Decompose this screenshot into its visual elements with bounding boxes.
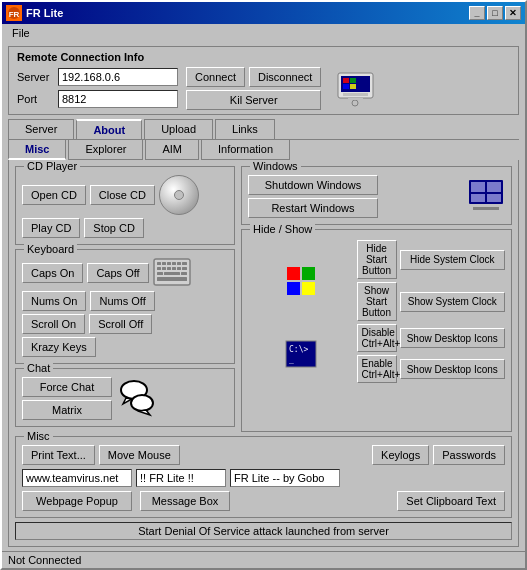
- svg-rect-7: [343, 78, 349, 83]
- windows-flag-icon: [248, 265, 354, 297]
- svg-rect-20: [167, 267, 171, 270]
- stop-cd-button[interactable]: Stop CD: [84, 218, 144, 238]
- maximize-button[interactable]: □: [487, 6, 503, 20]
- tabs-row-1: Server About Upload Links: [8, 119, 519, 139]
- chat-content: Force Chat Matrix: [22, 377, 228, 420]
- svg-text:_: _: [289, 355, 294, 364]
- matrix-button[interactable]: Matrix: [22, 400, 112, 420]
- hide-start-button[interactable]: Hide Start Button: [357, 240, 397, 279]
- tab-about[interactable]: About: [76, 119, 142, 139]
- tab-links[interactable]: Links: [215, 119, 275, 139]
- misc-section-title: Misc: [24, 430, 53, 442]
- nums-on-button[interactable]: Nums On: [22, 291, 86, 311]
- restart-windows-button[interactable]: Restart Windows: [248, 198, 378, 218]
- svg-rect-15: [172, 262, 176, 265]
- svg-rect-27: [157, 277, 187, 281]
- keyboard-group: Keyboard Caps On Caps Off: [15, 249, 235, 364]
- show-desktop-icons-1-button[interactable]: Show Desktop Icons: [400, 328, 506, 348]
- chat-title: Chat: [24, 362, 53, 374]
- windows-title: Windows: [250, 160, 301, 172]
- scroll-on-button[interactable]: Scroll On: [22, 314, 85, 334]
- menu-file[interactable]: File: [6, 26, 36, 40]
- tab-aim[interactable]: AIM: [145, 140, 199, 160]
- svg-rect-21: [172, 267, 176, 270]
- show-sys-clock-button[interactable]: Show System Clock: [400, 292, 506, 312]
- cd-icon: [159, 175, 199, 215]
- svg-rect-10: [350, 84, 356, 89]
- svg-rect-35: [471, 194, 485, 202]
- message-box-button[interactable]: Message Box: [140, 491, 230, 511]
- status-text: Not Connected: [8, 554, 81, 566]
- author-input[interactable]: [230, 469, 340, 487]
- dos-icon: C:\> _: [248, 340, 354, 368]
- svg-point-30: [131, 395, 153, 411]
- svg-rect-33: [471, 182, 485, 192]
- website-input[interactable]: [22, 469, 132, 487]
- remote-info-title: Remote Connection Info: [17, 51, 510, 63]
- tab-misc[interactable]: Misc: [8, 140, 66, 160]
- keylogs-button[interactable]: Keylogs: [372, 445, 429, 465]
- message-input[interactable]: [136, 469, 226, 487]
- keyboard-row-1: Caps On Caps Off: [22, 258, 228, 288]
- disconnect-button[interactable]: Disconnect: [249, 67, 321, 87]
- shutdown-windows-button[interactable]: Shutdown Windows: [248, 175, 378, 195]
- cd-player-group: CD Player Open CD Close CD Play CD Stop …: [15, 166, 235, 245]
- server-input[interactable]: [58, 68, 178, 86]
- caps-on-button[interactable]: Caps On: [22, 263, 83, 283]
- svg-rect-13: [162, 262, 166, 265]
- svg-rect-39: [287, 267, 300, 280]
- svg-rect-42: [302, 282, 315, 295]
- info-strip: Start Denial Of Service attack launched …: [15, 522, 512, 540]
- main-content: CD Player Open CD Close CD Play CD Stop …: [8, 160, 519, 547]
- connect-button[interactable]: Connect: [186, 67, 245, 87]
- title-bar-left: FR FR Lite: [6, 5, 63, 21]
- nums-off-button[interactable]: Nums Off: [90, 291, 154, 311]
- tab-upload[interactable]: Upload: [144, 119, 213, 139]
- minimize-button[interactable]: _: [469, 6, 485, 20]
- scroll-off-button[interactable]: Scroll Off: [89, 314, 152, 334]
- remote-connection-info: Remote Connection Info Server Port Conne…: [8, 46, 519, 115]
- svg-text:C:\>: C:\>: [289, 345, 308, 354]
- hide-show-title: Hide / Show: [250, 223, 315, 235]
- webpage-popup-button[interactable]: Webpage Popup: [22, 491, 132, 511]
- caps-off-button[interactable]: Caps Off: [87, 263, 148, 283]
- svg-marker-31: [138, 410, 150, 415]
- close-cd-button[interactable]: Close CD: [90, 185, 155, 205]
- passwords-button[interactable]: Passwords: [433, 445, 505, 465]
- show-start-button[interactable]: Show Start Button: [357, 282, 397, 321]
- svg-rect-34: [487, 182, 501, 192]
- title-bar: FR FR Lite _ □ ✕: [2, 2, 525, 24]
- windows-content: Shutdown Windows Restart Windows: [248, 175, 505, 218]
- svg-rect-14: [167, 262, 171, 265]
- open-cd-button[interactable]: Open CD: [22, 185, 86, 205]
- hide-show-group: Hide / Show Hide Start Button: [241, 229, 512, 432]
- svg-rect-9: [343, 84, 349, 89]
- kill-server-button[interactable]: Kil Server: [186, 90, 321, 110]
- svg-rect-25: [164, 272, 180, 275]
- main-window: FR FR Lite _ □ ✕ File Remote Connection …: [0, 0, 527, 570]
- show-desktop-icons-2-button[interactable]: Show Desktop Icons: [400, 359, 506, 379]
- keyboard-row-2: Nums On Nums Off: [22, 291, 228, 311]
- enable-cad-button[interactable]: Enable Ctrl+Alt+Del: [357, 355, 397, 383]
- misc-section: Misc Print Text... Move Mouse Keylogs Pa…: [15, 436, 512, 518]
- set-clipboard-button[interactable]: Set Clipboard Text: [397, 491, 505, 511]
- tab-information[interactable]: Information: [201, 140, 290, 160]
- tab-server[interactable]: Server: [8, 119, 74, 139]
- disable-cad-button[interactable]: Disable Ctrl+Alt+Del: [357, 324, 397, 352]
- port-input[interactable]: [58, 90, 178, 108]
- misc-row-1: Print Text... Move Mouse Keylogs Passwor…: [22, 445, 505, 465]
- svg-point-5: [352, 100, 358, 106]
- menu-bar: File: [2, 24, 525, 42]
- play-cd-button[interactable]: Play CD: [22, 218, 80, 238]
- print-text-button[interactable]: Print Text...: [22, 445, 95, 465]
- keyboard-title: Keyboard: [24, 243, 77, 255]
- keyboard-row-3: Scroll On Scroll Off: [22, 314, 228, 334]
- move-mouse-button[interactable]: Move Mouse: [99, 445, 180, 465]
- krazy-keys-button[interactable]: Krazy Keys: [22, 337, 96, 357]
- cd-row-2: Play CD Stop CD: [22, 218, 228, 238]
- close-button[interactable]: ✕: [505, 6, 521, 20]
- svg-rect-23: [182, 267, 187, 270]
- tab-explorer[interactable]: Explorer: [68, 140, 143, 160]
- hide-sys-clock-button[interactable]: Hide System Clock: [400, 250, 506, 270]
- force-chat-button[interactable]: Force Chat: [22, 377, 112, 397]
